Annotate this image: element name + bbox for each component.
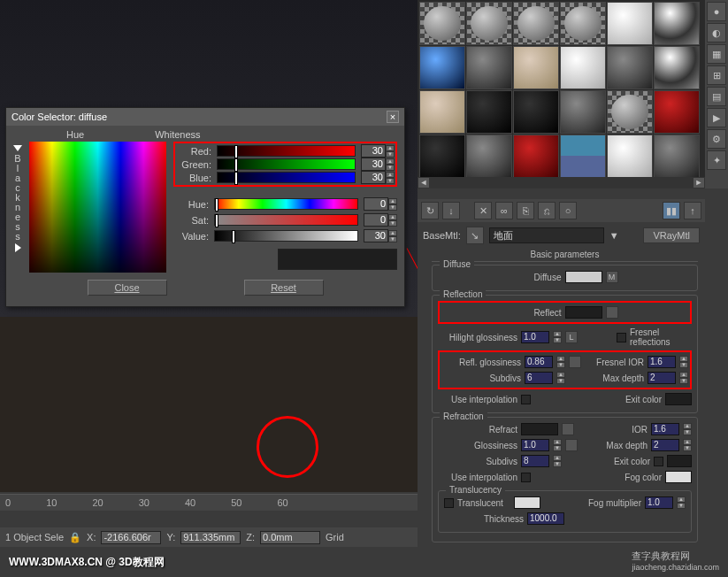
material-slot[interactable] — [466, 2, 512, 45]
spin-down-icon[interactable]: ▼ — [556, 378, 565, 384]
time-ruler[interactable]: 0 10 20 30 40 50 60 — [0, 495, 418, 511]
material-slot[interactable] — [607, 2, 653, 45]
red-value[interactable]: 30 — [361, 144, 386, 158]
select-by-mat-icon[interactable]: ✦ — [707, 150, 726, 170]
x-coord-input[interactable]: -2166.606r — [101, 531, 161, 544]
preview-icon[interactable]: ▶ — [707, 108, 726, 127]
spin-up-icon[interactable]: ▲ — [679, 372, 688, 378]
assign-to-selection-icon[interactable]: ✕ — [474, 202, 492, 219]
spin-down-icon[interactable]: ▼ — [386, 165, 395, 171]
refr-maxdepth-input[interactable]: 2 — [651, 439, 679, 451]
spin-down-icon[interactable]: ▼ — [683, 429, 692, 435]
green-slider[interactable] — [217, 158, 356, 170]
show-end-result-icon[interactable]: ▮▮ — [663, 202, 680, 219]
background-icon[interactable]: ▦ — [707, 44, 726, 64]
dropdown-icon[interactable]: ▼ — [609, 230, 619, 241]
material-slot[interactable] — [654, 135, 700, 178]
spin-up-icon[interactable]: ▲ — [388, 230, 397, 236]
scroll-left-icon[interactable]: ◄ — [418, 177, 430, 188]
material-slot[interactable] — [419, 135, 465, 178]
hilight-gloss-input[interactable]: 1.0 — [521, 331, 549, 343]
spin-down-icon[interactable]: ▼ — [553, 461, 562, 467]
material-slot[interactable] — [513, 2, 559, 45]
z-coord-input[interactable]: 0.0mm — [260, 531, 320, 544]
lock-icon[interactable]: 🔒 — [69, 532, 81, 543]
go-to-parent-icon[interactable]: ↑ — [684, 202, 701, 219]
material-slot[interactable] — [560, 2, 606, 45]
spin-down-icon[interactable]: ▼ — [553, 445, 562, 451]
reset-button[interactable]: Reset — [244, 280, 324, 296]
spin-down-icon[interactable]: ▼ — [386, 178, 395, 184]
options-icon[interactable]: ⚙ — [707, 129, 726, 149]
material-type-button[interactable]: VRayMtl — [643, 227, 700, 243]
get-material-icon[interactable]: ↻ — [421, 202, 439, 219]
spin-up-icon[interactable]: ▲ — [556, 372, 565, 378]
material-slot[interactable] — [560, 90, 606, 134]
sample-type-icon[interactable]: ● — [707, 2, 726, 21]
spin-down-icon[interactable]: ▼ — [386, 151, 395, 158]
camera-viewport[interactable] — [0, 317, 418, 492]
put-to-scene-icon[interactable]: ↓ — [442, 202, 460, 219]
spin-down-icon[interactable]: ▼ — [556, 362, 565, 368]
spin-down-icon[interactable]: ▼ — [388, 220, 397, 227]
material-slot[interactable] — [513, 90, 559, 134]
ior-input[interactable]: 1.6 — [651, 423, 679, 435]
spin-down-icon[interactable]: ▼ — [679, 378, 688, 384]
spin-down-icon[interactable]: ▼ — [388, 236, 397, 242]
hue-value[interactable]: 0 — [364, 197, 388, 211]
translucent-checkbox[interactable] — [444, 498, 454, 508]
color-spectrum[interactable] — [29, 142, 166, 273]
spin-up-icon[interactable]: ▲ — [679, 356, 688, 362]
reset-map-icon[interactable]: ∞ — [495, 202, 513, 219]
fresnel-checkbox[interactable] — [617, 333, 626, 342]
refr-useinterp-checkbox[interactable] — [521, 473, 531, 482]
diffuse-color-swatch[interactable] — [565, 271, 602, 283]
material-slot[interactable] — [419, 46, 465, 89]
material-slot[interactable] — [560, 135, 606, 178]
green-value[interactable]: 30 — [361, 158, 386, 171]
material-slot[interactable] — [607, 46, 653, 89]
material-slot[interactable] — [607, 135, 653, 178]
material-scrollbar[interactable]: ◄ ► — [418, 177, 705, 188]
material-slot[interactable] — [419, 90, 465, 134]
refr-subdivs-input[interactable]: 8 — [521, 455, 549, 467]
reflect-color-swatch[interactable] — [565, 306, 602, 319]
spin-up-icon[interactable]: ▲ — [388, 198, 397, 204]
max-depth-input[interactable]: 2 — [648, 372, 676, 384]
spin-down-icon[interactable]: ▼ — [677, 503, 686, 509]
spin-up-icon[interactable]: ▲ — [553, 455, 562, 461]
diffuse-map-button[interactable]: M — [606, 271, 618, 283]
value-slider[interactable] — [214, 230, 358, 242]
scroll-right-icon[interactable]: ► — [693, 177, 705, 188]
fresnel-ior-input[interactable]: 1.6 — [648, 356, 676, 368]
spin-down-icon[interactable]: ▼ — [679, 362, 688, 368]
refr-exit-swatch[interactable] — [667, 455, 692, 467]
reflect-map-button[interactable] — [606, 306, 618, 319]
close-button[interactable]: Close — [88, 280, 167, 296]
material-slot[interactable] — [607, 90, 653, 134]
pick-material-icon[interactable]: ↘ — [466, 227, 484, 244]
put-to-library-icon[interactable]: ○ — [559, 202, 577, 219]
fog-color-swatch[interactable] — [665, 471, 692, 483]
sat-value[interactable]: 0 — [364, 213, 388, 227]
spin-up-icon[interactable]: ▲ — [677, 496, 686, 503]
exit-color-swatch[interactable] — [665, 393, 692, 405]
spin-down-icon[interactable]: ▼ — [683, 445, 692, 451]
spin-down-icon[interactable]: ▼ — [388, 204, 397, 211]
material-name-input[interactable] — [489, 227, 604, 243]
spin-up-icon[interactable]: ▲ — [553, 331, 562, 337]
glossiness-map-button[interactable] — [565, 439, 578, 451]
sample-uv-icon[interactable]: ⊞ — [707, 65, 726, 85]
val-value[interactable]: 30 — [364, 229, 388, 242]
spin-up-icon[interactable]: ▲ — [386, 158, 395, 165]
spin-up-icon[interactable]: ▲ — [683, 439, 692, 445]
material-slot[interactable] — [419, 2, 465, 45]
material-slot[interactable] — [654, 2, 700, 45]
blue-slider[interactable] — [217, 172, 356, 183]
thickness-input[interactable]: 1000.0 — [527, 512, 564, 525]
hilight-lock-icon[interactable]: L — [565, 331, 578, 343]
spin-down-icon[interactable]: ▼ — [553, 337, 562, 343]
spin-up-icon[interactable]: ▲ — [388, 214, 397, 220]
refl-gloss-input[interactable]: 0.86 — [525, 356, 553, 368]
material-slot[interactable] — [466, 90, 512, 134]
